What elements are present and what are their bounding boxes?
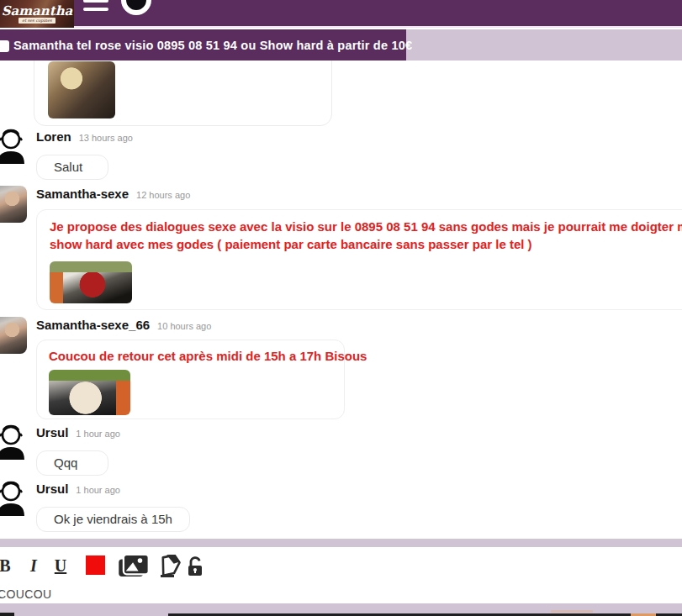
message-bubble: Ok je viendrais à 15h <box>36 507 190 532</box>
megaphone-icon <box>0 40 9 52</box>
default-user-avatar-icon <box>0 423 27 460</box>
divider-strip-top <box>0 539 682 547</box>
default-user-avatar-icon <box>0 479 27 516</box>
message-author[interactable]: Loren <box>36 129 71 145</box>
message-bubble: Je propose des dialogues sexe avec la vi… <box>36 209 682 310</box>
chat-message: Ursul 1 hour ago Ok je viendrais à 15h <box>36 481 682 532</box>
site-logo[interactable]: Samantha et ses copines <box>0 0 74 28</box>
message-text: Je propose des dialogues sexe avec la vi… <box>50 218 682 235</box>
message-bubble: Salut <box>36 155 108 180</box>
message-bubble: Coucou de retour cet après midi de 15h a… <box>36 340 345 419</box>
message-photo-thumbnail[interactable] <box>50 261 132 303</box>
default-user-avatar-icon <box>0 127 27 164</box>
logo-title: Samantha <box>2 5 73 18</box>
announcement-text: Samantha tel rose visio 0895 08 51 94 ou… <box>13 39 412 52</box>
chat-message: Samantha-sexe 12 hours ago Je propose de… <box>36 186 682 310</box>
user-photo-avatar[interactable] <box>0 186 27 223</box>
message-bubble: Qqq <box>36 450 108 476</box>
eraser-button[interactable] <box>154 555 181 578</box>
bold-button[interactable]: B <box>0 554 13 577</box>
message-timestamp: 13 hours ago <box>79 133 133 143</box>
italic-button[interactable]: I <box>27 554 40 577</box>
bottom-bar-fragment-left <box>0 613 14 616</box>
message-input-text: COUCOU <box>0 587 52 601</box>
message-photo-thumbnail[interactable] <box>49 370 130 415</box>
message-author[interactable]: Samantha-sexe_66 <box>36 317 150 333</box>
chat-message: Ursul 1 hour ago Qqq <box>36 424 682 476</box>
message-author[interactable]: Samantha-sexe <box>36 186 129 202</box>
announcement-banner-row: Samantha tel rose visio 0895 08 51 94 ou… <box>0 29 682 61</box>
hamburger-menu-icon[interactable] <box>83 0 108 14</box>
chat-message-list: Loren 13 hours ago Salut Samantha-sexe 1… <box>0 60 682 532</box>
composer-formatting-toolbar: B I U <box>0 547 682 584</box>
profile-avatar-icon[interactable] <box>121 0 151 15</box>
message-text: Coucou de retour cet après midi de 15h a… <box>49 347 332 365</box>
message-input[interactable]: COUCOU <box>0 587 679 603</box>
message-text: show hard avec mes godes ( paiement par … <box>50 235 682 253</box>
message-timestamp: 10 hours ago <box>157 321 211 331</box>
insert-image-button[interactable] <box>117 554 151 577</box>
logo-subtitle: et ses copines <box>19 18 56 24</box>
underline-button[interactable]: U <box>52 554 69 577</box>
bottom-bar-accent <box>551 610 593 613</box>
top-navigation-bar <box>0 0 682 28</box>
chat-message: Samantha-sexe_66 10 hours ago Coucou de … <box>36 317 682 419</box>
message-timestamp: 1 hour ago <box>76 485 120 495</box>
chat-message: Loren 13 hours ago Salut <box>36 129 682 180</box>
unlock-button[interactable] <box>186 555 204 578</box>
message-author[interactable]: Ursul <box>36 481 68 497</box>
message-timestamp: 12 hours ago <box>136 190 190 200</box>
message-photo-thumbnail[interactable] <box>48 61 115 118</box>
announcement-banner: Samantha tel rose visio 0895 08 51 94 ou… <box>0 29 406 61</box>
message-timestamp: 1 hour ago <box>76 429 120 439</box>
message-author[interactable]: Ursul <box>36 424 68 440</box>
user-photo-avatar[interactable] <box>0 317 27 354</box>
text-color-swatch-button[interactable] <box>86 555 105 575</box>
